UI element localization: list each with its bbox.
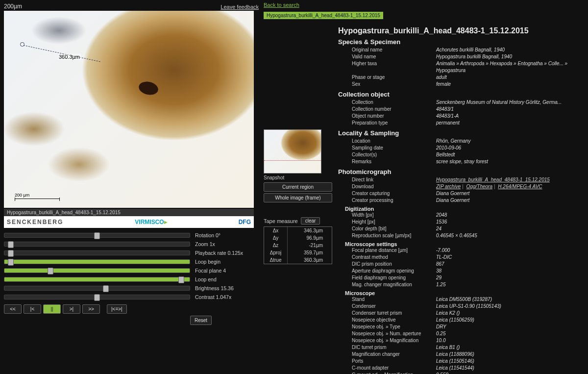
meta-row: DIC turret prismLeica B1 ()	[338, 344, 586, 351]
meta-row: Contrast methodTL-DIC	[338, 254, 586, 261]
rewind-button[interactable]: <<	[4, 304, 22, 314]
slider-label: Playback rate 0.125x	[195, 250, 243, 256]
snapshot-marker-line	[264, 160, 321, 161]
slider-track[interactable]	[4, 286, 190, 291]
slider-row: Playback rate 0.125x	[4, 249, 254, 257]
meta-key: Higher taxa	[338, 60, 436, 74]
slider-label: Contrast 1.047x	[195, 294, 231, 300]
meta-key: Height [px]	[338, 219, 436, 225]
slider-thumb[interactable]	[8, 241, 14, 248]
tape-value: 346.3µm	[288, 227, 326, 234]
slider-thumb[interactable]	[94, 294, 100, 301]
measure-readout: 360.3µm	[58, 54, 81, 60]
leave-feedback-link[interactable]: Leave feedback	[220, 4, 259, 10]
download-zip-link[interactable]: ZIP archive	[436, 184, 461, 189]
dfg-logo: DFG	[239, 219, 251, 225]
slider-panel: Rotation 0°Zoom 1xPlayback rate 0.125xLo…	[4, 231, 254, 301]
meta-key: Creator capturing	[338, 190, 436, 197]
slider-row: Zoom 1x	[4, 240, 254, 249]
meta-value: Leica (11505146)	[436, 358, 586, 365]
slider-thumb[interactable]	[103, 285, 109, 292]
snapshot-thumbnail[interactable]	[264, 129, 321, 174]
tape-clear-button[interactable]: clear	[301, 217, 320, 224]
slider-thumb[interactable]	[8, 259, 14, 266]
meta-key: Reproduction scale [µm/px]	[338, 232, 436, 239]
step-back-button[interactable]: |<	[24, 304, 41, 314]
meta-key: Remarks	[338, 158, 436, 165]
slider-track[interactable]	[4, 268, 190, 273]
meta-value: Leica K2 ()	[436, 310, 586, 317]
meta-value: -7.000	[436, 247, 586, 254]
meta-key: Direct link	[338, 176, 436, 183]
pause-button[interactable]: ||	[43, 304, 61, 314]
slider-thumb[interactable]	[8, 250, 14, 257]
step-forward-button[interactable]: >|	[63, 304, 80, 314]
meta-value: Diana Goernert	[436, 190, 586, 197]
tape-key: Δz	[264, 242, 288, 249]
slider-thumb[interactable]	[94, 232, 100, 239]
slider-track[interactable]	[4, 259, 190, 264]
meta-key: Object number	[338, 113, 436, 120]
tape-key: Δx	[264, 227, 288, 234]
meta-row: CollectionSenckenberg Museum of Natural …	[338, 99, 586, 106]
download-ogg-link[interactable]: Ogg/Theora	[466, 184, 492, 189]
snapshot-label: Snapshot	[264, 175, 332, 180]
scale-indicator: 200µm	[4, 3, 22, 10]
logo-row: SENCKENBERG VIRMISCO▸ DFG	[4, 216, 254, 228]
meta-value: 0.46545 × 0.46545	[436, 232, 586, 239]
meta-key: C-mount ad. » Magnification	[338, 372, 436, 374]
current-region-button[interactable]: Current region	[264, 182, 332, 192]
meta-row: Height [px]1536	[338, 219, 586, 225]
slider-row: Loop end	[4, 275, 254, 284]
scale-bar: 200 µm	[15, 193, 60, 199]
tape-value: 96.9µm	[288, 234, 326, 242]
meta-key: Color depth [bit]	[338, 225, 436, 232]
fast-forward-button[interactable]: >>	[82, 304, 100, 314]
meta-key: Location	[338, 138, 436, 145]
specimen-chip[interactable]: Hypogastrura_burkilli_A_head_48483-1_15.…	[264, 12, 383, 19]
loop-toggle-button[interactable]: |<=>|	[107, 304, 127, 314]
tape-key: Δproj	[264, 249, 288, 256]
slider-thumb[interactable]	[48, 268, 53, 274]
meta-key: Nosepiece obj. » Num. aperture	[338, 330, 436, 337]
slider-track[interactable]	[4, 250, 190, 255]
meta-value: 1.25	[436, 281, 586, 288]
tape-key: Δy	[264, 234, 288, 242]
meta-value: Diana Goernert	[436, 197, 586, 204]
meta-key: Collection number	[338, 106, 436, 113]
tape-row: Δproj359.7µm	[264, 249, 332, 256]
scale-bar-label: 200 µm	[15, 193, 29, 198]
measure-anchor-icon[interactable]	[20, 42, 24, 47]
slider-track[interactable]	[4, 233, 190, 238]
download-h264-link[interactable]: H.264/MPEG-4 AVC	[498, 184, 542, 189]
reset-button[interactable]: Reset	[190, 316, 212, 325]
meta-row: Phase or stageadult	[338, 74, 586, 81]
meta-value: 48483/1-A	[436, 113, 586, 120]
meta-key: Collector(s)	[338, 151, 436, 158]
slider-label: Loop begin	[195, 259, 220, 265]
meta-key: Collection	[338, 99, 436, 106]
tape-value: 359.7µm	[288, 249, 326, 256]
whole-image-button[interactable]: Whole image (frame)	[264, 193, 332, 202]
meta-key: Sex	[338, 81, 436, 88]
direct-link[interactable]: Hypogastrura_burkilli_A_head_48483-1_15.…	[436, 177, 550, 182]
meta-key: Condenser turret prism	[338, 310, 436, 317]
back-to-search-link[interactable]: Back to search	[264, 2, 299, 8]
middle-pane: Back to search Hypogastrura_burkilli_A_h…	[264, 0, 332, 264]
meta-row: DIC prism position867	[338, 261, 586, 268]
slider-thumb[interactable]	[178, 276, 184, 283]
slider-track[interactable]	[4, 277, 190, 282]
image-title-strip: Hypogastrura_burkilli_A_head_48483-1_15.…	[4, 209, 254, 216]
viewer-topbar: 200µm Leave feedback	[4, 0, 259, 10]
section-photomicrograph: Photomicrograph	[338, 168, 586, 175]
micrograph-viewer[interactable]: 360.3µm 200 µm	[4, 11, 254, 208]
meta-row: Remarksscree slope, stray forest	[338, 158, 586, 165]
meta-row: C-mount adapterLeica (11541544)	[338, 365, 586, 372]
meta-value: DRY	[436, 324, 586, 330]
section-locality: Locality & Sampling	[338, 129, 586, 137]
meta-key: DIC turret prism	[338, 344, 436, 351]
slider-track[interactable]	[4, 295, 190, 299]
meta-row: Preparation typepermanent	[338, 120, 586, 126]
meta-key: Condenser	[338, 303, 436, 310]
slider-track[interactable]	[4, 242, 190, 247]
